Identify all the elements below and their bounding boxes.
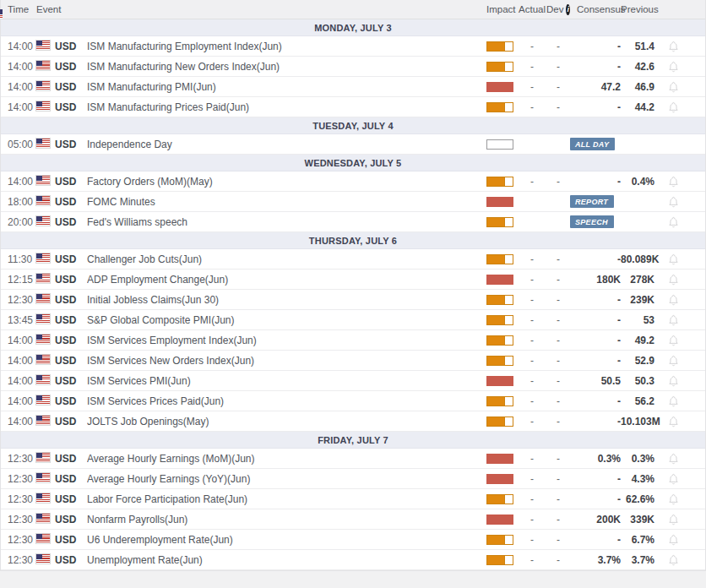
us-flag-icon [36, 81, 55, 93]
event-name[interactable]: Factory Orders (MoM)(May) [87, 176, 484, 188]
event-name[interactable]: ISM Services New Orders Index(Jun) [87, 355, 484, 367]
consensus-value: - [617, 335, 621, 346]
alert-bell-button[interactable] [654, 355, 692, 367]
alert-bell-button[interactable] [654, 41, 692, 52]
column-header-dev-label: Dev [546, 4, 563, 14]
alert-bell-button[interactable] [654, 253, 692, 265]
event-name[interactable]: ISM Services PMI(Jun) [87, 375, 484, 387]
previous-value: 56.2 [621, 395, 654, 407]
alert-bell-button[interactable] [654, 473, 692, 485]
event-row[interactable]: 12:30 USD U6 Underemployment Rate(Jun) -… [1, 530, 705, 550]
consensus-value: - [617, 493, 621, 505]
event-row[interactable]: 14:00 USD ISM Manufacturing Employment I… [1, 36, 705, 57]
us-flag-icon [36, 41, 55, 52]
event-time: 12:30 [8, 294, 36, 306]
event-name[interactable]: ISM Manufacturing New Orders Index(Jun) [87, 61, 484, 73]
alert-bell-button[interactable] [654, 534, 692, 546]
alert-bell-button[interactable] [654, 101, 692, 113]
currency-label: USD [55, 493, 87, 505]
event-row[interactable]: 20:00 USD Fed's Williams speech SPEECH [1, 212, 705, 232]
event-row[interactable]: 12:30 USD Average Hourly Earnings (MoM)(… [1, 449, 705, 469]
alert-bell-button[interactable] [654, 514, 692, 525]
bell-icon [668, 274, 679, 286]
alert-bell-button[interactable] [654, 274, 692, 286]
event-row[interactable]: 14:00 USD ISM Manufacturing Prices Paid(… [1, 97, 705, 117]
event-row[interactable]: 18:00 USD FOMC Minutes REPORT [1, 192, 705, 212]
column-header-impact: Impact [486, 4, 518, 14]
event-name[interactable]: ISM Services Prices Paid(Jun) [87, 395, 484, 407]
event-name[interactable]: JOLTS Job Openings(May) [87, 416, 484, 427]
event-row[interactable]: 14:00 USD Factory Orders (MoM)(May) - - … [1, 172, 705, 192]
consensus-value: 0.3% [598, 453, 621, 465]
event-name[interactable]: Independence Day [87, 139, 484, 150]
event-name[interactable]: U6 Underemployment Rate(Jun) [87, 534, 484, 546]
alert-bell-button[interactable] [654, 493, 692, 505]
alert-bell-button[interactable] [654, 81, 692, 93]
event-row[interactable]: 13:45 USD S&P Global Composite PMI(Jun) … [1, 310, 705, 330]
alert-bell-button[interactable] [654, 335, 692, 346]
event-row[interactable]: 14:00 USD ISM Services Prices Paid(Jun) … [1, 391, 705, 411]
event-row[interactable]: 14:00 USD ISM Manufacturing New Orders I… [1, 57, 705, 77]
event-row[interactable]: 05:00 USD Independence Day ALL DAY [1, 134, 705, 155]
event-name[interactable]: ISM Manufacturing Prices Paid(Jun) [87, 101, 484, 113]
bell-icon [668, 493, 679, 505]
day-header-label: THURSDAY, JULY 6 [309, 236, 397, 246]
impact-indicator [484, 82, 518, 92]
event-name[interactable]: Challenger Job Cuts(Jun) [87, 253, 484, 265]
event-row[interactable]: 12:15 USD ADP Employment Change(Jun) - -… [1, 270, 705, 290]
event-name[interactable]: ISM Manufacturing PMI(Jun) [87, 81, 484, 93]
event-time: 14:00 [8, 355, 36, 367]
consensus-cell: - [570, 395, 621, 407]
event-name[interactable]: ADP Employment Change(Jun) [87, 274, 484, 286]
previous-value: 51.4 [621, 41, 654, 52]
event-name[interactable]: Nonfarm Payrolls(Jun) [87, 514, 484, 525]
event-row[interactable]: 14:00 USD JOLTS Job Openings(May) - - - … [1, 411, 705, 432]
event-row[interactable]: 12:30 USD Labor Force Participation Rate… [1, 489, 705, 509]
event-row[interactable]: 12:30 USD Nonfarm Payrolls(Jun) - - 200K… [1, 509, 705, 530]
alert-bell-button[interactable] [654, 554, 692, 566]
us-flag-icon [36, 375, 55, 387]
event-name[interactable]: FOMC Minutes [87, 196, 484, 208]
event-row[interactable]: 12:30 USD Unemployment Rate(Jun) - - 3.7… [1, 550, 705, 570]
event-row[interactable]: 12:30 USD Average Hourly Earnings (YoY)(… [1, 469, 705, 489]
event-row[interactable]: 12:30 USD Initial Jobless Claims(Jun 30)… [1, 290, 705, 310]
consensus-value: 180K [596, 274, 621, 286]
event-name[interactable]: ISM Services Employment Index(Jun) [87, 335, 484, 346]
event-name[interactable]: Fed's Williams speech [87, 216, 484, 228]
event-name[interactable]: Initial Jobless Claims(Jun 30) [87, 294, 484, 306]
event-name[interactable]: S&P Global Composite PMI(Jun) [87, 314, 484, 326]
alert-bell-button[interactable] [654, 196, 692, 208]
alert-bell-button[interactable] [654, 375, 692, 387]
alert-bell-button[interactable] [654, 61, 692, 73]
calendar-rows: MONDAY, JULY 3 14:00 USD ISM Manufacturi… [1, 19, 705, 570]
event-name[interactable]: Labor Force Participation Rate(Jun) [87, 493, 484, 505]
event-name[interactable]: Unemployment Rate(Jun) [87, 554, 484, 566]
event-name[interactable]: Average Hourly Earnings (YoY)(Jun) [87, 473, 484, 485]
bell-icon [668, 253, 679, 265]
actual-value: - [518, 534, 546, 546]
bell-icon [668, 554, 679, 566]
consensus-value: 3.7% [598, 554, 621, 566]
alert-bell-button[interactable] [654, 216, 692, 228]
event-row[interactable]: 14:00 USD ISM Services Employment Index(… [1, 330, 705, 351]
event-time: 14:00 [8, 335, 36, 346]
alert-bell-button[interactable] [654, 294, 692, 306]
event-row[interactable]: 11:30 USD Challenger Job Cuts(Jun) - - -… [1, 249, 705, 270]
alert-bell-button[interactable] [654, 395, 692, 407]
event-row[interactable]: 14:00 USD ISM Manufacturing PMI(Jun) - -… [1, 77, 705, 97]
consensus-cell: 0.3% [570, 453, 621, 465]
impact-indicator [484, 454, 518, 464]
event-row[interactable]: 14:00 USD ISM Services New Orders Index(… [1, 351, 705, 371]
event-row[interactable]: 14:00 USD ISM Services PMI(Jun) - - 50.5… [1, 371, 705, 391]
alert-bell-button[interactable] [654, 416, 692, 427]
alert-bell-button[interactable] [654, 453, 692, 465]
consensus-value: - [617, 314, 621, 326]
consensus-cell: - [570, 473, 621, 485]
event-name[interactable]: Average Hourly Earnings (MoM)(Jun) [87, 453, 484, 465]
event-time: 12:30 [8, 514, 36, 525]
us-flag-icon [36, 473, 55, 485]
alert-bell-button[interactable] [654, 176, 692, 188]
alert-bell-button[interactable] [654, 314, 692, 326]
event-name[interactable]: ISM Manufacturing Employment Index(Jun) [87, 41, 484, 52]
deviation-value: - [546, 294, 570, 306]
